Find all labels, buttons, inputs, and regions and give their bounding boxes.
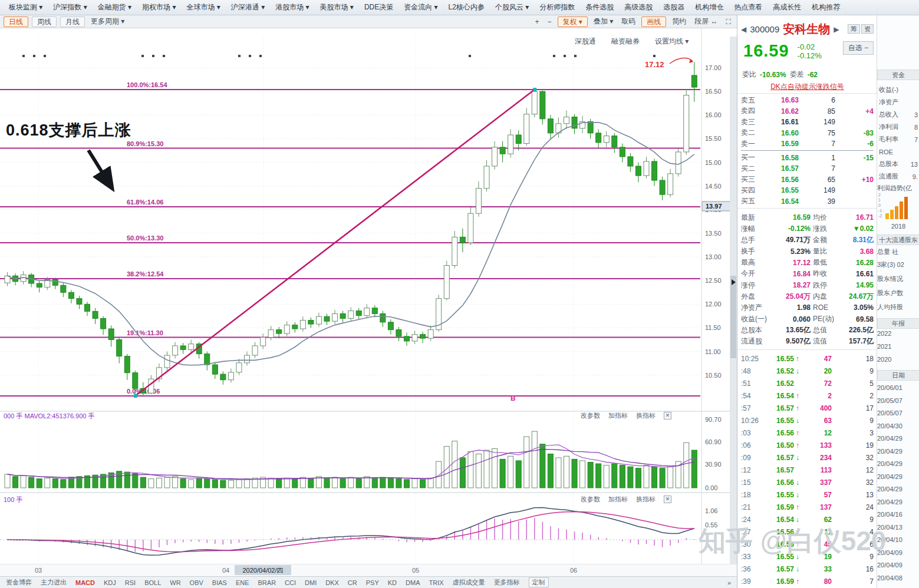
menu-item[interactable]: 沪深港通 ▾ [227, 1, 269, 14]
pane-link[interactable]: 加指标 [608, 411, 628, 420]
order-book-row[interactable]: 卖四16.6285+4 [741, 106, 874, 117]
menu-item[interactable]: 资金流向 ▾ [400, 1, 442, 14]
pane-link[interactable]: 改参数 [581, 495, 600, 504]
more-tabs-icon[interactable]: » [727, 579, 731, 586]
prev-stock-button[interactable]: ◀ [741, 25, 746, 34]
date-axis-row [0, 564, 737, 576]
indicator-tab[interactable]: KD [388, 579, 397, 586]
indicator-tab[interactable]: BOLL [144, 579, 161, 586]
price-axis-label: 15.50 [705, 135, 722, 142]
tool-button[interactable]: ⛶ [724, 18, 733, 26]
indicator-tab[interactable]: WR [170, 579, 180, 586]
indicator-tab[interactable]: MACD [75, 579, 95, 586]
menu-item[interactable]: 高级选股 [620, 1, 657, 14]
indicator-tab[interactable]: OBV [190, 579, 203, 586]
indicator-tab[interactable]: BRAR [258, 579, 276, 586]
order-book-row[interactable]: 卖三16.61149 [741, 117, 874, 127]
scrollbar-thumb[interactable] [730, 276, 736, 358]
pane-link[interactable]: 加指标 [608, 495, 628, 504]
tool-button[interactable]: 简约 [670, 16, 689, 27]
pane-link[interactable]: 换指标 [636, 495, 656, 504]
indicator-tab[interactable]: 主力进出 [41, 578, 67, 587]
order-book-row[interactable]: 卖二16.6075-83 [741, 128, 874, 138]
book-level-label: 卖五 [741, 95, 762, 105]
menu-item[interactable]: 板块监测 ▾ [5, 1, 47, 14]
order-book-row[interactable]: 买四16.55149 [741, 185, 874, 196]
dk-signal-link[interactable]: DK点自动提示涨跌信号 [737, 82, 877, 92]
volume-bar [37, 479, 42, 488]
indicator-tab[interactable]: 定制 [529, 577, 549, 587]
profit-trend-year: 2018 [877, 223, 919, 230]
menu-item[interactable]: 热点查看 [730, 1, 766, 14]
order-book-row[interactable]: 卖一16.597-6 [741, 138, 874, 149]
weibi-row: 委比 -10.63% 委差 -62 [737, 70, 877, 80]
period-tab[interactable]: 月线 [60, 16, 85, 27]
tick-row: :5116.52725 [737, 377, 877, 389]
indicator-tab[interactable]: RSI [125, 579, 136, 586]
tick-list[interactable]: 10:2516.55↑4718:4816.52↓209:5116.52725:5… [737, 352, 877, 588]
menu-item[interactable]: 机构增仓 [691, 1, 727, 14]
indicator-tab[interactable]: ENE [236, 579, 249, 586]
watchlist-toggle-button[interactable]: 自选 − [843, 41, 874, 55]
tick-direction-icon: ↑ [794, 355, 801, 363]
period-tab[interactable]: 日线 [4, 16, 28, 27]
indicator-tab[interactable]: KDJ [104, 579, 116, 586]
chart-link[interactable]: 深股通 [575, 37, 596, 47]
menu-item[interactable]: 金融期货 ▾ [94, 1, 136, 14]
volume-bar [356, 479, 361, 488]
menu-item[interactable]: L2核心内参 [444, 1, 489, 14]
next-stock-button[interactable]: ▶ [834, 25, 839, 34]
candle-body [133, 373, 138, 388]
period-tab[interactable]: 周线 [32, 16, 57, 27]
menu-item[interactable]: 期权市场 ▾ [138, 1, 180, 14]
tool-button[interactable]: 段屏 ↔ [692, 16, 720, 27]
menu-item[interactable]: 港股市场 ▾ [271, 1, 313, 14]
chart-link[interactable]: 设置均线 ▾ [655, 37, 689, 47]
close-pane-icon[interactable]: ✕ [664, 495, 671, 503]
menu-item[interactable]: 高成长性 [769, 1, 805, 14]
main-menubar: 板块监测 ▾沪深指数 ▾金融期货 ▾期权市场 ▾全球市场 ▾沪深港通 ▾港股市场… [0, 0, 919, 15]
menu-item[interactable]: 选股器 [659, 1, 689, 14]
indicator-tab[interactable]: DMA [406, 579, 420, 586]
menu-item[interactable]: DDE决策 [360, 1, 397, 14]
tool-button[interactable]: 叠加 ▾ [591, 16, 615, 27]
tool-button[interactable]: + [533, 18, 542, 26]
menu-item[interactable]: 分析师指数 [535, 1, 579, 14]
indicator-tab[interactable]: CR [348, 579, 357, 586]
tick-price: 16.59 [765, 503, 794, 511]
indicator-tab[interactable]: CCI [285, 579, 296, 586]
tool-button[interactable]: 取码 [619, 16, 638, 27]
indicator-tab[interactable]: DMI [305, 579, 317, 586]
close-pane-icon[interactable]: ✕ [664, 412, 671, 419]
tool-button[interactable]: − [545, 18, 554, 26]
indicator-tab[interactable]: DKX [325, 579, 339, 586]
menu-item[interactable]: 沪深指数 ▾ [49, 1, 91, 14]
stat-value: 49.71万 [770, 235, 811, 245]
indicator-tab[interactable]: 资金博弈 [6, 578, 32, 587]
menu-item[interactable]: 个股风云 ▾ [491, 1, 533, 14]
order-book-row[interactable]: 买二16.577 [741, 163, 874, 174]
menu-item[interactable]: 全球市场 ▾ [182, 1, 224, 14]
pane-link[interactable]: 改参数 [581, 411, 600, 420]
tool-button[interactable]: 画线 [641, 16, 666, 27]
tool-button[interactable]: 复权 ▾ [558, 16, 588, 27]
panel-mini-button[interactable]: 资 [861, 24, 874, 34]
order-book-row[interactable]: 卖五16.636 [741, 95, 874, 105]
order-book-row[interactable]: 买三16.5665+10 [741, 174, 874, 185]
indicator-tab[interactable]: 更多指标 [494, 578, 520, 587]
order-book-row[interactable]: 买一16.581-15 [741, 153, 874, 163]
order-book-row[interactable]: 买五16.5439 [741, 196, 874, 207]
tick-price: 16.57 [765, 466, 794, 474]
period-tab[interactable]: 更多周期 ▾ [88, 16, 127, 27]
tick-time: :48 [741, 367, 765, 375]
indicator-tab[interactable]: BIAS [212, 579, 227, 586]
menu-item[interactable]: 机构推荐 [808, 1, 844, 14]
indicator-tab[interactable]: PSY [366, 579, 379, 586]
indicator-tab[interactable]: TRIX [429, 579, 443, 586]
menu-item[interactable]: 美股市场 ▾ [316, 1, 358, 14]
panel-mini-button[interactable]: 筹 [848, 24, 860, 34]
indicator-tab[interactable]: 虚拟成交量 [453, 578, 485, 587]
pane-link[interactable]: 换指标 [636, 411, 656, 420]
menu-item[interactable]: 条件选股 [581, 1, 618, 14]
chart-link[interactable]: 融资融券 [611, 37, 640, 47]
